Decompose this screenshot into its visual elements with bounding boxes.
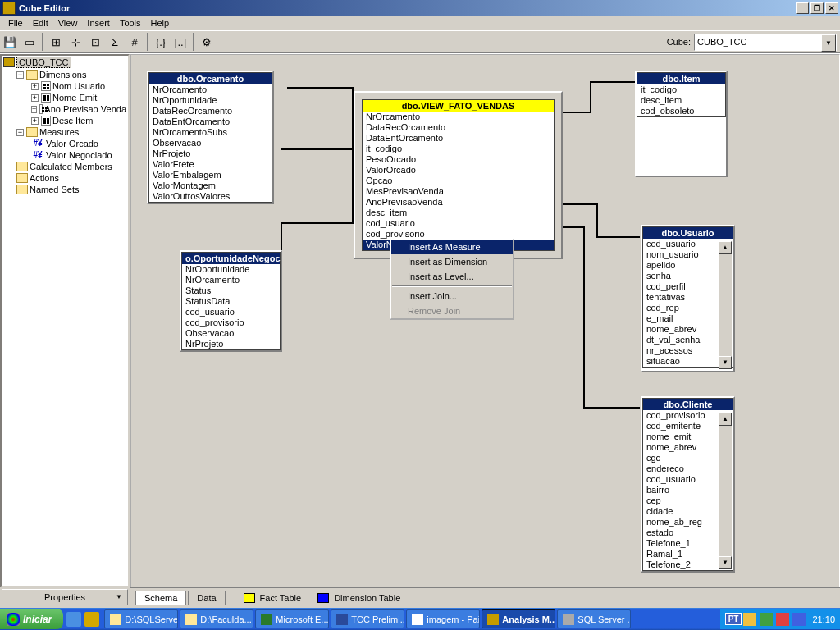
column-item[interactable]: ValorEmbalagem [149,170,272,180]
column-item[interactable]: nom_usuario [643,249,719,260]
scroll-down-icon[interactable]: ▼ [719,556,732,569]
tree-dim-item[interactable]: Nom Usuario [52,81,105,91]
column-item[interactable]: NrProjeto [182,339,280,349]
tray-icon[interactable] [743,613,756,626]
column-item[interactable]: ValorOutrosValores [149,191,272,202]
zoom-icon[interactable]: ⊹ [66,33,84,51]
ctx-insert-measure[interactable]: Insert As Measure [391,240,513,254]
sigma-icon[interactable]: Σ [106,33,124,51]
task-button[interactable]: Microsoft E... [255,609,329,628]
column-item[interactable]: DataEntOrcamento [149,116,272,127]
column-item[interactable]: nr_acessos [643,345,719,356]
column-item[interactable]: NrOportunidade [182,264,280,275]
menu-view[interactable]: View [53,16,83,30]
column-item[interactable]: senha [643,271,719,281]
column-item[interactable]: NrOrcamentoSubs [149,127,272,138]
table-usuario[interactable]: dbo.Usuario cod_usuarionom_usuarioapelid… [641,225,735,372]
menu-tools[interactable]: Tools [115,16,146,30]
column-item[interactable]: cod_emitente [643,421,719,431]
collapse-icon[interactable]: − [16,129,24,136]
column-item[interactable]: Observacao [182,328,280,339]
save-icon[interactable]: 💾 [1,33,19,51]
column-item[interactable]: ValorOrcado [363,165,554,176]
expand-icon[interactable]: + [31,94,39,102]
column-item[interactable]: apelido [643,260,719,271]
column-item[interactable]: NrOrcamento [182,275,280,285]
hash-icon[interactable]: # [126,33,144,51]
relations-icon[interactable]: ⊞ [47,33,65,51]
tree-dimensions[interactable]: Dimensions [39,70,86,80]
collapse-icon[interactable]: − [16,71,24,79]
column-item[interactable]: cod_usuario [182,307,280,317]
tab-schema[interactable]: Schema [135,591,186,605]
tray-icon[interactable] [792,613,806,626]
tab-data[interactable]: Data [188,591,225,605]
table-cliente[interactable]: dbo.Cliente cod_provisoriocod_emitenteno… [641,396,735,573]
tree-measure-item[interactable]: Valor Orcado [46,139,98,148]
schema-diagram[interactable]: dbo.Orcamento NrOrcamentoNrOportunidadeD… [130,54,840,587]
tree-calc[interactable]: Calculated Members [30,162,112,171]
tree-dim-item[interactable]: Ano Previsao Venda [44,104,126,114]
column-item[interactable]: cgc [643,453,719,463]
column-item[interactable]: Telefone_2 [643,559,719,570]
ctx-insert-level[interactable]: Insert as Level... [391,269,513,284]
column-item[interactable]: cep [643,495,719,506]
column-item[interactable]: desc_item [363,208,554,218]
table-item[interactable]: dbo.Item it_codigodesc_itemcod_obsoleto [635,71,728,177]
ellipsis-icon[interactable]: [..] [171,33,189,51]
table-fato-vendas[interactable]: dbo.VIEW_FATO_VENDAS NrOrcamentoDataRecO… [354,91,563,259]
table-header[interactable]: dbo.Cliente [643,399,733,410]
table-header[interactable]: o.OportunidadeNegoc [182,253,280,264]
menu-help[interactable]: Help [146,16,175,30]
column-item[interactable]: Ramal_1 [643,549,719,559]
scroll-down-icon[interactable]: ▼ [719,356,732,369]
ctx-insert-join[interactable]: Insert Join... [391,289,513,304]
column-item[interactable]: it_codigo [363,144,554,154]
column-item[interactable]: cod_usuario [643,474,719,485]
grid-icon[interactable]: ⊡ [86,33,104,51]
column-item[interactable]: nome_abrev [643,324,719,335]
task-button[interactable]: TCC Prelimi... [331,609,404,628]
brackets-icon[interactable]: {.} [152,33,170,51]
column-item[interactable]: NrProjeto [149,148,272,159]
cube-tree[interactable]: CUBO_TCC −Dimensions +Nom Usuario +Nome … [0,54,130,587]
table-header[interactable]: dbo.Orcamento [149,73,272,84]
column-item[interactable]: DataRecOrcamento [363,122,554,133]
explorer-icon[interactable] [84,612,99,627]
task-button[interactable]: D:\SQLServer [104,609,178,628]
clock[interactable]: 21:10 [812,614,835,624]
task-button[interactable]: SQL Server ... [557,609,631,628]
scrollbar[interactable]: ▲ ▼ [719,241,732,369]
column-item[interactable]: cod_usuario [363,218,554,229]
task-button[interactable]: imagem - Paint [406,609,480,628]
table-header[interactable]: dbo.Usuario [643,227,733,239]
tree-root[interactable]: CUBO_TCC [16,57,71,68]
restore-button[interactable]: ❐ [810,2,824,14]
column-item[interactable]: Status [182,285,280,296]
column-item[interactable]: desc_item [637,95,725,106]
language-indicator[interactable]: PT [725,613,742,625]
column-item[interactable]: cod_rep [643,303,719,313]
column-item[interactable]: ValorFrete [149,159,272,170]
tray-icon[interactable] [760,613,773,626]
tree-measures[interactable]: Measures [39,127,79,137]
task-button[interactable]: D:\Faculda... [180,609,253,628]
properties-button[interactable]: Properties [2,589,128,605]
tree-actions[interactable]: Actions [30,173,59,183]
start-button[interactable]: Iniciar [0,609,63,629]
column-item[interactable]: NrOportunidade [149,95,272,106]
tree-measure-item[interactable]: Valor Negociado [46,150,112,160]
minimize-button[interactable]: _ [796,2,809,14]
table-header-fact[interactable]: dbo.VIEW_FATO_VENDAS [363,100,554,112]
task-button-active[interactable]: Analysis M... [482,609,555,628]
new-icon[interactable]: ▭ [21,33,39,51]
column-item[interactable]: dt_val_senha [643,335,719,345]
menu-insert[interactable]: Insert [82,16,115,30]
menu-edit[interactable]: Edit [28,16,53,30]
column-item[interactable]: cod_provisorio [643,410,719,421]
column-item[interactable]: MesPrevisaoVenda [363,186,554,197]
column-item[interactable]: Observacao [149,138,272,148]
scroll-up-icon[interactable]: ▲ [719,413,732,426]
column-item[interactable]: endereco [643,463,719,474]
column-item[interactable]: cod_provisorio [182,317,280,328]
